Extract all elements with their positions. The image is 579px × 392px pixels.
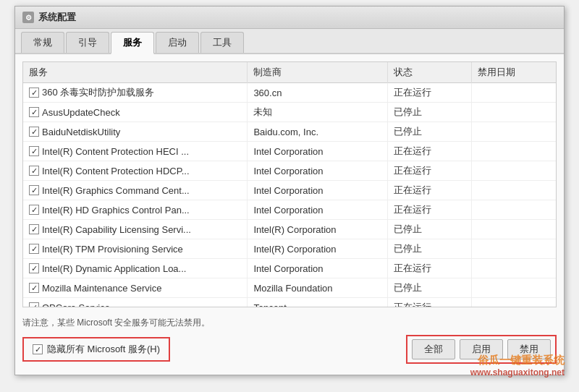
disabled-date-4 (472, 161, 556, 181)
service-name-3: Intel(R) Content Protection HECI ... (42, 146, 189, 157)
service-checkbox-8[interactable] (29, 244, 39, 254)
system-config-window: ⚙ 系统配置 常规引导服务启动工具 服务 制造商 状态 禁用日期 360 杀毒实… (14, 6, 565, 375)
service-checkbox-4[interactable] (29, 166, 39, 176)
table-row[interactable]: Mozilla Maintenance ServiceMozilla Found… (23, 278, 556, 298)
table-row[interactable]: Intel(R) Capability Licensing Servi...In… (23, 220, 556, 239)
disabled-date-5 (472, 181, 556, 200)
service-name-8: Intel(R) TPM Provisioning Service (42, 244, 183, 255)
service-checkbox-0[interactable] (29, 88, 39, 98)
service-name-2: BaiduNetdiskUtility (42, 127, 120, 137)
vendor-1: 未知 (248, 103, 388, 122)
service-checkbox-2[interactable] (29, 127, 39, 137)
tab-general[interactable]: 常规 (21, 32, 64, 53)
status-11: 正在运行 (388, 298, 472, 308)
tab-bar: 常规引导服务启动工具 (15, 29, 564, 54)
tab-tools[interactable]: 工具 (200, 32, 244, 53)
disabled-date-1 (472, 103, 556, 122)
vendor-5: Intel Corporation (248, 181, 388, 200)
notice-text: 请注意，某些 Microsoft 安全服务可能无法禁用。 (22, 317, 557, 329)
watermark: 俗瓜一键重装系统 www.shaguaxitong.net (470, 354, 565, 378)
service-name-1: AsusUpdateCheck (42, 107, 120, 118)
service-checkbox-5[interactable] (29, 185, 39, 195)
table-row[interactable]: Intel(R) TPM Provisioning ServiceIntel(R… (23, 239, 556, 259)
table-row[interactable]: Intel(R) Dynamic Application Loa...Intel… (23, 259, 556, 278)
table-row[interactable]: Intel(R) Graphics Command Cent...Intel C… (23, 181, 556, 200)
hide-ms-checkbox-group[interactable]: 隐藏所有 Microsoft 服务(H) (22, 337, 170, 362)
service-name-11: QPCore Service (42, 302, 110, 308)
service-checkbox-10[interactable] (29, 283, 39, 293)
service-checkbox-9[interactable] (29, 263, 39, 273)
disabled-date-3 (472, 142, 556, 161)
disabled-date-2 (472, 122, 556, 142)
status-7: 已停止 (388, 220, 472, 239)
table-row[interactable]: Intel(R) Content Protection HDCP...Intel… (23, 161, 556, 181)
col-header-vendor: 制造商 (248, 62, 388, 83)
status-10: 已停止 (388, 278, 472, 298)
vendor-9: Intel Corporation (248, 259, 388, 278)
service-checkbox-11[interactable] (29, 302, 39, 307)
table-header-row: 服务 制造商 状态 禁用日期 (23, 62, 556, 83)
vendor-6: Intel Corporation (248, 200, 388, 220)
vendor-8: Intel(R) Corporation (248, 239, 388, 259)
vendor-10: Mozilla Foundation (248, 278, 388, 298)
hide-ms-label: 隐藏所有 Microsoft 服务(H) (47, 343, 160, 356)
service-checkbox-7[interactable] (29, 224, 39, 234)
watermark-line2: www.shaguaxitong.net (470, 367, 565, 378)
vendor-3: Intel Corporation (248, 142, 388, 161)
all-button[interactable]: 全部 (412, 339, 455, 359)
table-row[interactable]: 360 杀毒实时防护加载服务360.cn正在运行 (23, 83, 556, 103)
services-table-container[interactable]: 服务 制造商 状态 禁用日期 360 杀毒实时防护加载服务360.cn正在运行A… (22, 61, 557, 307)
status-5: 正在运行 (388, 181, 472, 200)
title-bar: ⚙ 系统配置 (15, 7, 564, 29)
service-checkbox-1[interactable] (29, 107, 39, 117)
disabled-date-8 (472, 239, 556, 259)
tab-startup[interactable]: 启动 (156, 32, 199, 53)
status-4: 正在运行 (388, 161, 472, 181)
status-0: 正在运行 (388, 83, 472, 103)
service-name-5: Intel(R) Graphics Command Cent... (42, 185, 190, 196)
service-name-0: 360 杀毒实时防护加载服务 (42, 86, 154, 99)
disabled-date-0 (472, 83, 556, 103)
window-title: 系统配置 (38, 11, 76, 24)
watermark-line1: 俗瓜一键重装系统 (470, 354, 565, 367)
status-2: 已停止 (388, 122, 472, 142)
disabled-date-11 (472, 298, 556, 308)
vendor-4: Intel Corporation (248, 161, 388, 181)
tab-boot[interactable]: 引导 (66, 32, 109, 53)
disabled-date-10 (472, 278, 556, 298)
col-header-status: 状态 (388, 62, 472, 83)
service-checkbox-3[interactable] (29, 146, 39, 156)
service-name-4: Intel(R) Content Protection HDCP... (42, 166, 190, 176)
status-6: 正在运行 (388, 200, 472, 220)
service-name-9: Intel(R) Dynamic Application Loa... (42, 263, 186, 274)
tab-services[interactable]: 服务 (111, 32, 154, 54)
main-content: 服务 制造商 状态 禁用日期 360 杀毒实时防护加载服务360.cn正在运行A… (15, 54, 564, 375)
table-row[interactable]: Intel(R) Content Protection HECI ...Inte… (23, 142, 556, 161)
vendor-11: Tencent (248, 298, 388, 308)
status-1: 已停止 (388, 103, 472, 122)
table-row[interactable]: QPCore ServiceTencent正在运行 (23, 298, 556, 308)
disabled-date-6 (472, 200, 556, 220)
disabled-date-7 (472, 220, 556, 239)
vendor-7: Intel(R) Corporation (248, 220, 388, 239)
table-row[interactable]: BaiduNetdiskUtilityBaidu.com, Inc.已停止 (23, 122, 556, 142)
service-name-6: Intel(R) HD Graphics Control Pan... (42, 205, 190, 216)
table-row[interactable]: Intel(R) HD Graphics Control Pan...Intel… (23, 200, 556, 220)
service-checkbox-6[interactable] (29, 205, 39, 215)
status-9: 正在运行 (388, 259, 472, 278)
service-name-7: Intel(R) Capability Licensing Servi... (42, 224, 191, 235)
status-3: 正在运行 (388, 142, 472, 161)
vendor-2: Baidu.com, Inc. (248, 122, 388, 142)
col-header-disabled: 禁用日期 (472, 62, 556, 83)
window-icon: ⚙ (22, 12, 34, 23)
vendor-0: 360.cn (248, 83, 388, 103)
disabled-date-9 (472, 259, 556, 278)
status-8: 已停止 (388, 239, 472, 259)
hide-ms-checkbox[interactable] (33, 344, 43, 354)
services-table: 服务 制造商 状态 禁用日期 360 杀毒实时防护加载服务360.cn正在运行A… (23, 62, 556, 307)
col-header-service: 服务 (23, 62, 248, 83)
table-row[interactable]: AsusUpdateCheck未知已停止 (23, 103, 556, 122)
service-name-10: Mozilla Maintenance Service (42, 283, 161, 294)
